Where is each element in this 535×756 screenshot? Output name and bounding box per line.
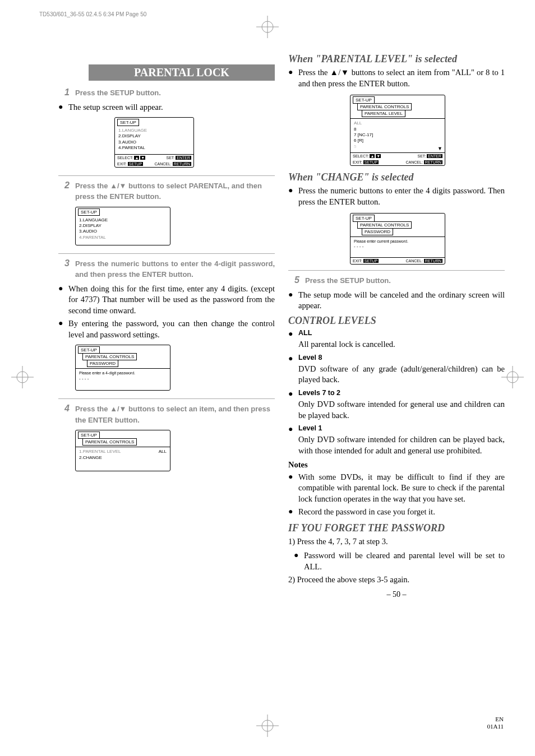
osd-item: 7 [NC-17] <box>354 132 441 138</box>
step-text: Press the numeric buttons to enter the 4… <box>75 258 275 280</box>
bullet-icon: ● <box>288 67 298 89</box>
bullet-icon: ● <box>288 329 298 339</box>
level-heading: ALL <box>298 329 312 338</box>
osd-setup-screen: SET-UP 1.LANGUAGE 2.DISPLAY 3.AUDIO 4.PA… <box>114 117 194 168</box>
osd-tab: PARENTAL LEVEL <box>362 110 405 117</box>
body-text: 1) Press the 4, 7, 3, 7 at step 3. <box>288 536 505 548</box>
step-5: 5 Press the SETUP button. <box>288 275 505 286</box>
separator <box>58 398 275 399</box>
bullet-icon: ● <box>288 424 298 434</box>
level-text: Only DVD software intended for general u… <box>298 399 505 421</box>
osd-item: 2.CHANGE <box>79 455 167 461</box>
separator <box>58 175 275 176</box>
osd-item: 1.PARENTAL LEVEL <box>79 449 121 454</box>
bullet-icon: ● <box>288 185 298 207</box>
bullet-icon: ● <box>288 389 298 399</box>
bullet-icon: ● <box>58 318 68 340</box>
body-text: The setup mode will be canceled and the … <box>298 290 505 312</box>
osd-item: 2.DISPLAY <box>79 223 167 229</box>
osd-prompt: Please enter current password. <box>354 239 441 244</box>
osd-tab: SET-UP <box>78 208 100 216</box>
bullet-icon: ● <box>58 102 68 113</box>
osd-tab: SET-UP <box>117 119 139 126</box>
step-number: 1 <box>58 87 70 99</box>
left-column: PARENTAL LOCK 1 Press the SETUP button. … <box>58 53 275 599</box>
osd-tab: PASSWORD <box>362 228 393 235</box>
osd-parental-controls: SET-UP PARENTAL CONTROLS 1.PARENTAL LEVE… <box>75 430 170 471</box>
heading-control-levels: CONTROL LEVELS <box>288 315 505 327</box>
bullet-icon: ● <box>58 284 68 317</box>
note-text: Record the password in case you forget i… <box>298 507 435 518</box>
step-number: 2 <box>58 180 70 202</box>
heading-parental-level: When "PARENTAL LEVEL" is selected <box>288 53 505 65</box>
osd-item: 4.PARENTAL <box>118 145 190 151</box>
osd-item: 3.AUDIO <box>118 140 190 145</box>
crop-mark-top <box>256 16 279 38</box>
level-text: All parental lock is cancelled. <box>298 339 505 350</box>
heading-change: When "CHANGE" is selected <box>288 171 505 183</box>
osd-tab: PASSWORD <box>87 360 118 367</box>
bullet-icon: ● <box>294 550 304 572</box>
step-4: 4 Press the ▲/▼ buttons to select an ite… <box>58 403 275 425</box>
doc-code: EN01A11 <box>487 716 504 730</box>
osd-password-enter: SET-UP PARENTAL CONTROLS PASSWORD Please… <box>75 345 170 391</box>
bullet-icon: ● <box>288 507 298 518</box>
body-text: When doing this for the first time, ente… <box>68 284 275 317</box>
osd-item: 1.LANGUAGE <box>79 217 167 223</box>
osd-setup-parental-selected: SET-UP 1.LANGUAGE 2.DISPLAY 3.AUDIO 4.PA… <box>75 207 170 245</box>
page-number: – 50 – <box>288 590 505 599</box>
level-heading: Levels 7 to 2 <box>298 389 340 398</box>
osd-password-dots: - - - - <box>79 376 167 382</box>
separator <box>288 270 505 271</box>
body-text: Password will be cleared and parental le… <box>304 550 505 572</box>
osd-parental-level-list: SET-UP PARENTAL CONTROLS PARENTAL LEVEL … <box>350 95 445 166</box>
body-text: Press the ▲/▼ buttons to select an item … <box>298 67 505 89</box>
body-text: The setup screen will appear. <box>68 102 163 113</box>
body-text: Press the numeric buttons to enter the 4… <box>298 185 505 207</box>
body-text: 2) Proceed the above steps 3-5 again. <box>288 574 505 586</box>
step-1: 1 Press the SETUP button. <box>58 87 275 99</box>
body-text: By entering the password, you can then c… <box>68 318 275 340</box>
osd-item: 5 <box>354 144 441 150</box>
heading-forget-password: IF YOU FORGET THE PASSWORD <box>288 522 505 534</box>
step-number: 3 <box>58 258 70 280</box>
osd-item: 4.PARENTAL <box>79 235 167 240</box>
note-text: With some DVDs, it may be difficult to f… <box>298 472 505 505</box>
crop-mark-left <box>11 366 34 391</box>
right-column: When "PARENTAL LEVEL" is selected ● Pres… <box>288 53 505 599</box>
step-text: Press the SETUP button. <box>75 87 161 99</box>
bullet-icon: ● <box>288 472 298 505</box>
osd-item: 1.LANGUAGE <box>118 128 190 133</box>
osd-item: 3.AUDIO <box>79 229 167 234</box>
pdf-header-line: TD530/601_36-55 02.4.5 6:34 PM Page 50 <box>39 11 146 17</box>
section-title: PARENTAL LOCK <box>89 64 275 81</box>
osd-password-current: SET-UP PARENTAL CONTROLS PASSWORD Please… <box>350 213 445 265</box>
notes-heading: Notes <box>288 460 505 470</box>
osd-item: 6 [R] <box>354 138 441 143</box>
level-heading: Level 1 <box>298 424 322 434</box>
level-text: DVD software of any grade (adult/general… <box>298 364 505 386</box>
osd-value: ALL <box>159 449 167 454</box>
bullet-icon: ● <box>288 290 298 312</box>
level-heading: Level 8 <box>298 354 322 363</box>
crop-mark-right <box>501 366 524 391</box>
step-3: 3 Press the numeric buttons to enter the… <box>58 258 275 280</box>
separator <box>58 253 275 254</box>
step-text: Press the ▲/▼ buttons to select PARENTAL… <box>75 180 275 202</box>
bullet-icon: ● <box>288 354 298 364</box>
osd-item: ALL <box>354 120 441 126</box>
level-text: Only DVD software intended for children … <box>298 434 505 456</box>
step-text: Press the SETUP button. <box>305 275 391 286</box>
crop-mark-bottom <box>256 715 279 739</box>
osd-password-dots: - - - - <box>354 244 441 249</box>
scroll-down-icon: ▼ <box>437 146 442 151</box>
step-number: 5 <box>288 275 299 286</box>
osd-item: 2.DISPLAY <box>118 133 190 139</box>
step-number: 4 <box>58 403 70 425</box>
step-2: 2 Press the ▲/▼ buttons to select PARENT… <box>58 180 275 202</box>
osd-item: 8 <box>354 127 441 132</box>
osd-tab: PARENTAL CONTROLS <box>82 438 137 446</box>
step-text: Press the ▲/▼ buttons to select an item,… <box>75 403 275 425</box>
osd-prompt: Please enter a 4-digit password. <box>79 370 167 375</box>
